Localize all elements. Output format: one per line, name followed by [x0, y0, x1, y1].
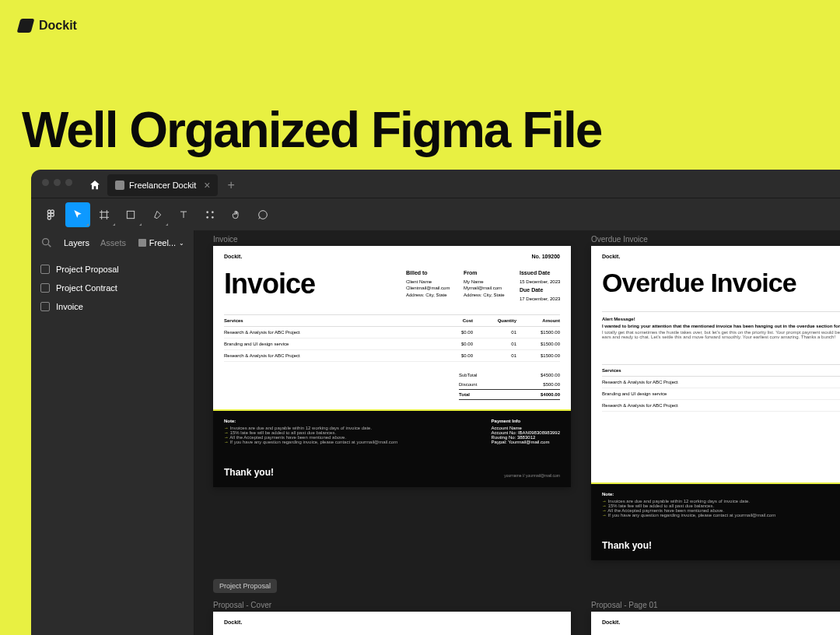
layer-list: Project Proposal Project Contract Invoic…: [31, 255, 194, 321]
menu-button[interactable]: [39, 202, 64, 227]
note-block: Note: Invoices are due and payable withi…: [602, 492, 840, 517]
value: $4000.00: [541, 392, 560, 397]
pen-tool[interactable]: [145, 202, 170, 227]
col-services: Services: [224, 318, 429, 323]
resources-tool[interactable]: [198, 202, 222, 227]
label: From: [464, 269, 505, 277]
svg-point-2: [47, 216, 51, 219]
label: Total: [459, 392, 470, 397]
value: Paypal: Yourmail@mail.com: [492, 440, 560, 444]
hand-icon: [230, 209, 243, 221]
overdue-invoice-frame[interactable]: Dockit. Overdue Invoice Billed to Client…: [591, 246, 840, 560]
pages-dropdown[interactable]: Freel... ⌄: [138, 238, 184, 247]
value: Address: City, State: [464, 292, 505, 298]
brand: Dockit: [19, 19, 77, 33]
cell: $0.00: [429, 342, 473, 346]
chevron-down-icon: [113, 223, 115, 226]
chevron-down-icon: [166, 223, 168, 226]
alert-heading: Alert Message!: [602, 317, 840, 321]
cell: Research & Analysis for ABC Project: [602, 403, 840, 408]
overdue-title: Overdue Invoice: [602, 268, 796, 298]
search-button[interactable]: [40, 237, 53, 249]
comment-tool[interactable]: [250, 202, 275, 227]
invoice-frame[interactable]: Dockit. No. 109200 Invoice Billed to Cli…: [213, 246, 571, 487]
table-row: Research & Analysis for ABC Project$0.0: [602, 377, 840, 388]
traffic-light-close[interactable]: [42, 179, 49, 186]
cell: Branding and UI design service: [224, 342, 429, 346]
label: Payment Info: [492, 419, 560, 423]
table-row: Branding and UI design service$0.0: [602, 388, 840, 400]
frame-tool[interactable]: [92, 202, 117, 227]
add-tab-button[interactable]: +: [221, 178, 240, 192]
traffic-light-maximize[interactable]: [65, 179, 72, 186]
frame-label[interactable]: Overdue Invoice: [591, 235, 648, 244]
overdue-table: Services Co Research & Analysis for ABC …: [602, 364, 840, 412]
file-tab[interactable]: Freelancer Dockit ×: [107, 174, 218, 196]
doc-logo: Dockit.: [224, 619, 242, 625]
invoice-table: Services Cost Quantity Amount Research &…: [224, 314, 560, 362]
cell: 01: [473, 342, 516, 346]
proposal-page-frame[interactable]: Dockit. To: [591, 612, 840, 635]
comment-icon: [257, 209, 269, 221]
table-header: Services Cost Quantity Amount: [224, 314, 560, 327]
panel-tabs: Layers Assets Freel... ⌄: [31, 230, 194, 255]
doc-logo: Dockit.: [602, 619, 620, 625]
tab-bar: Freelancer Dockit × +: [86, 174, 241, 196]
shape-tool[interactable]: [118, 202, 143, 227]
section-label[interactable]: Project Proposal: [213, 579, 277, 593]
cell: 01: [473, 353, 516, 358]
cell: Research & Analysis for ABC Project: [602, 380, 840, 384]
cell: $1500.00: [516, 353, 560, 358]
layer-item[interactable]: Project Proposal: [31, 260, 194, 279]
figma-window: Freelancer Dockit × + Layers Assets Free…: [31, 170, 840, 635]
billed-to-block: Billed to Client Name Clientmail@mail.co…: [406, 269, 450, 298]
cell: 01: [473, 330, 516, 335]
value: $4500.00: [541, 373, 560, 377]
layer-item[interactable]: Project Contract: [31, 279, 194, 297]
traffic-light-minimize[interactable]: [54, 179, 61, 186]
label: Note:: [602, 492, 840, 496]
frame-label[interactable]: Proposal - Cover: [213, 601, 271, 609]
layer-item[interactable]: Invoice: [31, 297, 194, 316]
subtotal-row: SubTotal$4500.00: [459, 370, 560, 380]
svg-point-4: [51, 213, 54, 216]
page-headline: Well Organized Figma File: [22, 101, 601, 159]
frame-icon: [98, 209, 110, 221]
cell: $0.00: [429, 330, 473, 335]
toolbar: [31, 198, 840, 230]
chevron-down-icon: ⌄: [179, 240, 184, 247]
tab-assets[interactable]: Assets: [100, 238, 126, 247]
chevron-down-icon: [86, 223, 89, 226]
file-icon: [115, 181, 124, 190]
discount-row: Discount$500.00: [459, 380, 560, 389]
close-icon[interactable]: ×: [204, 179, 210, 191]
signature: yourname // yourmail@mail.com: [504, 473, 560, 478]
table-row: Research & Analysis for ABC Project$0.00…: [224, 350, 560, 362]
col-services: Services: [602, 368, 840, 373]
label: Discount: [459, 382, 477, 387]
cell: Branding and UI design service: [602, 391, 840, 396]
tab-layers[interactable]: Layers: [64, 238, 89, 247]
tab-title: Freelancer Dockit: [129, 181, 196, 190]
home-button[interactable]: [86, 176, 104, 195]
text-tool[interactable]: [171, 202, 196, 227]
frame-label[interactable]: Invoice: [213, 235, 238, 244]
cell: Research & Analysis for ABC Project: [224, 330, 429, 335]
proposal-cover-frame[interactable]: Dockit.: [213, 612, 571, 635]
value: Clientmail@mail.com: [406, 285, 450, 291]
resources-icon: [204, 209, 216, 221]
value: 17 December, 2023: [520, 296, 560, 302]
hand-tool[interactable]: [224, 202, 249, 227]
svg-point-9: [212, 216, 214, 219]
value: Mymail@mail.com: [464, 285, 505, 291]
doc-logo: Dockit.: [224, 254, 242, 259]
invoice-footer: Note: Invoices are due and payable withi…: [213, 409, 571, 487]
col-amount: Amount: [516, 318, 560, 323]
canvas[interactable]: Invoice Dockit. No. 109200 Invoice Bille…: [194, 230, 840, 635]
col-cost: Cost: [429, 318, 473, 323]
cell: $1500.00: [516, 342, 560, 346]
label: Due Date: [520, 286, 560, 294]
frame-label[interactable]: Proposal - Page 01: [591, 601, 658, 609]
move-tool[interactable]: [65, 202, 90, 227]
layers-panel: Layers Assets Freel... ⌄ Project Proposa…: [31, 230, 194, 635]
